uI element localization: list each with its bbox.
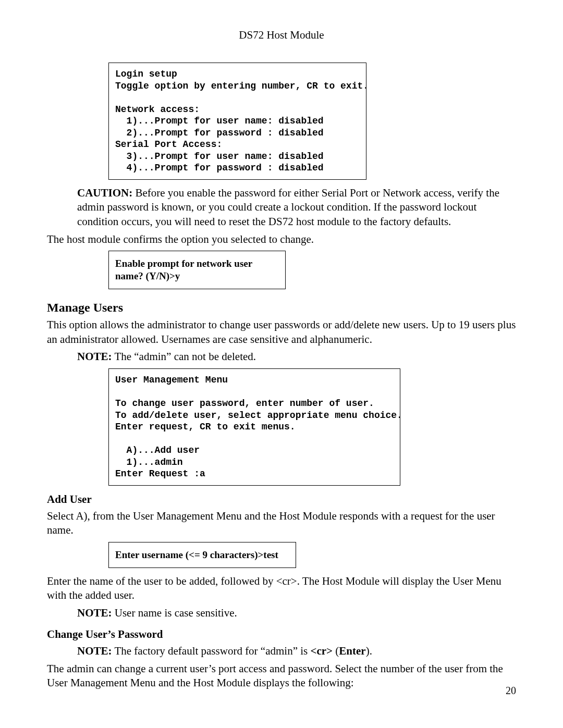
code-line: 1)...admin <box>115 457 183 467</box>
paren-close: ). <box>366 645 372 657</box>
page-number: 20 <box>506 685 516 697</box>
code-line: Login setup <box>115 69 177 79</box>
note-label: NOTE: <box>77 350 112 363</box>
add-user-heading: Add User <box>47 493 516 506</box>
code-line: Enter Request :a <box>115 468 205 479</box>
add-user-paragraph: Select A), from the User Management Menu… <box>47 509 516 538</box>
login-setup-codebox: Login setup Toggle option by entering nu… <box>108 63 366 180</box>
manage-users-paragraph: This option allows the administrator to … <box>47 318 516 347</box>
code-line: A)...Add user <box>115 445 200 455</box>
code-line: To change user password, enter number of… <box>115 398 374 409</box>
page-header-title: DS72 Host Module <box>47 29 516 42</box>
caution-text: Before you enable the password for eithe… <box>77 187 499 228</box>
code-line: 2)...Prompt for password : disabled <box>115 128 324 138</box>
enable-prompt-codebox: Enable prompt for network user name? (Y/… <box>108 251 286 289</box>
code-line: 3)...Prompt for user name: disabled <box>115 151 324 162</box>
code-line: Serial Port Access: <box>115 139 222 150</box>
enter-username-codebox: Enter username (<= 9 characters)>test <box>108 542 296 568</box>
change-password-note: NOTE: The factory default password for “… <box>77 644 516 659</box>
cr-literal: <cr> <box>311 645 333 657</box>
username-case-note: NOTE: User name is case sensitive. <box>77 606 516 621</box>
paren-open: ( <box>333 645 339 657</box>
manage-users-heading: Manage Users <box>47 301 516 315</box>
note-label: NOTE: <box>77 607 112 619</box>
note-text: The “admin” can not be deleted. <box>112 350 256 363</box>
manage-users-note: NOTE: The “admin” can not be deleted. <box>77 350 516 364</box>
code-line: Toggle option by entering number, CR to … <box>115 81 369 91</box>
note-text-a: The factory default password for “admin”… <box>112 645 311 657</box>
document-page: DS72 Host Module Login setup Toggle opti… <box>0 0 563 728</box>
code-line: 1)...Prompt for user name: disabled <box>115 116 324 126</box>
note-label: NOTE: <box>77 645 112 657</box>
change-password-paragraph: The admin can change a current user’s po… <box>47 662 516 690</box>
user-management-codebox: User Management Menu To change user pass… <box>108 368 400 486</box>
code-line: Network access: <box>115 104 200 115</box>
caution-label: CAUTION: <box>77 187 132 199</box>
enter-literal: Enter <box>339 645 365 657</box>
code-line: Enter request, CR to exit menus. <box>115 422 296 432</box>
change-password-heading: Change User’s Password <box>47 628 516 641</box>
code-line: To add/delete user, select appropriate m… <box>115 410 402 421</box>
code-line: User Management Menu <box>115 375 228 385</box>
confirm-option-text: The host module confirms the option you … <box>47 232 516 247</box>
code-line: 4)...Prompt for password : disabled <box>115 163 324 173</box>
caution-paragraph: CAUTION: Before you enable the password … <box>77 186 501 229</box>
add-user-followup: Enter the name of the user to be added, … <box>47 574 516 603</box>
note-text: User name is case sensitive. <box>112 607 237 619</box>
